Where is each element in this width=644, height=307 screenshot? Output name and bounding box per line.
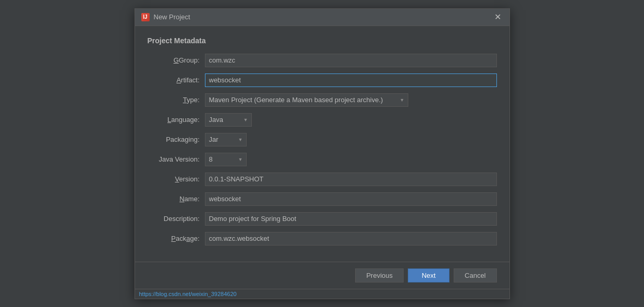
app-icon: IJ <box>141 13 150 21</box>
close-button[interactable]: ✕ <box>492 13 503 21</box>
language-label: Language: <box>148 116 205 124</box>
name-row: Name: <box>148 192 497 206</box>
java-version-select[interactable]: 8 11 17 <box>205 153 247 166</box>
packaging-row: Packaging: Jar War <box>148 132 497 147</box>
previous-button[interactable]: Previous <box>355 268 404 283</box>
next-button[interactable]: Next <box>408 268 449 283</box>
group-label: GGroup: <box>148 56 205 64</box>
type-select[interactable]: Maven Project (Generate a Maven based pr… <box>205 93 408 107</box>
artifact-label: Artifact: <box>148 76 205 84</box>
language-select[interactable]: Java Kotlin Groovy <box>205 113 252 127</box>
java-version-select-wrapper: 8 11 17 <box>205 153 247 166</box>
title-bar-left: IJ New Project <box>141 13 190 21</box>
dialog-content: Project Metadata GGroup: Artifact: Type:… <box>135 26 509 262</box>
close-icon: ✕ <box>494 13 501 21</box>
group-input[interactable] <box>205 54 497 67</box>
version-input[interactable] <box>205 173 497 186</box>
package-input[interactable] <box>205 232 497 245</box>
title-bar: IJ New Project ✕ <box>135 9 509 26</box>
description-label: Description: <box>148 215 205 223</box>
package-label: Package: <box>148 235 205 242</box>
status-url: https://blog.csdn.net/weixin_39284620 <box>139 291 237 297</box>
new-project-dialog: IJ New Project ✕ Project Metadata GGroup… <box>135 8 510 299</box>
description-row: Description: <box>148 212 497 226</box>
language-row: Language: Java Kotlin Groovy <box>148 113 497 127</box>
type-select-wrapper: Maven Project (Generate a Maven based pr… <box>205 93 408 107</box>
packaging-select-wrapper: Jar War <box>205 133 247 146</box>
packaging-label: Packaging: <box>148 136 205 143</box>
cancel-button[interactable]: Cancel <box>454 268 496 283</box>
status-bar: https://blog.csdn.net/weixin_39284620 <box>135 289 509 299</box>
artifact-row: Artifact: <box>148 73 497 88</box>
section-title: Project Metadata <box>148 36 497 45</box>
artifact-input[interactable] <box>205 73 497 87</box>
group-row: GGroup: <box>148 53 497 68</box>
version-label: Version: <box>148 175 205 183</box>
version-row: Version: <box>148 172 497 187</box>
java-version-label: Java Version: <box>148 155 205 163</box>
dialog-title: New Project <box>154 13 190 21</box>
type-label: Type: <box>148 96 205 104</box>
name-input[interactable] <box>205 192 497 206</box>
name-label: Name: <box>148 195 205 203</box>
description-input[interactable] <box>205 212 497 226</box>
package-row: Package: <box>148 231 497 246</box>
java-version-row: Java Version: 8 11 17 <box>148 152 497 167</box>
packaging-select[interactable]: Jar War <box>205 133 247 146</box>
dialog-footer: Previous Next Cancel <box>135 262 509 289</box>
type-row: Type: Maven Project (Generate a Maven ba… <box>148 93 497 107</box>
language-select-wrapper: Java Kotlin Groovy <box>205 113 252 127</box>
